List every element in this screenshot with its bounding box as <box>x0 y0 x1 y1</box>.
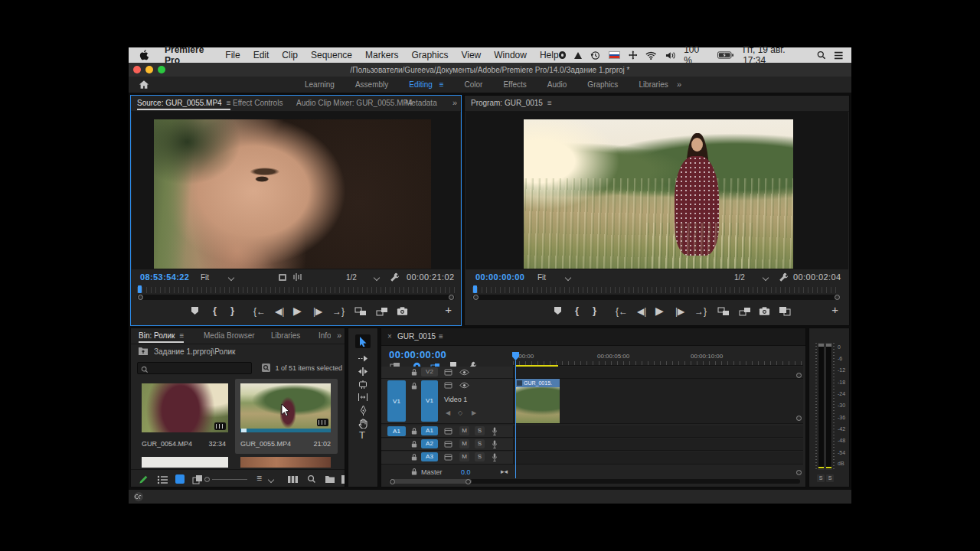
track-select-forward-tool-button[interactable] <box>358 354 368 363</box>
menu-triangle-icon[interactable] <box>574 52 582 59</box>
scrollbar-handle-left[interactable] <box>473 295 479 300</box>
keyframe-add-icon[interactable]: ◇ <box>458 409 462 416</box>
mute-button[interactable]: M <box>459 439 469 448</box>
tab-libraries[interactable]: Libraries <box>271 331 300 340</box>
tab-source[interactable]: Source: GUR_0055.MP4≡ <box>137 99 230 107</box>
sequence-tab[interactable]: GUR_0015 <box>397 332 436 341</box>
workspace-overflow-button[interactable]: » <box>677 80 681 89</box>
razor-tool-button[interactable] <box>358 380 368 390</box>
panel-menu-icon[interactable]: ≡ <box>179 331 184 340</box>
step-back-button[interactable]: ◀| <box>275 307 284 316</box>
menu-clip[interactable]: Clip <box>282 50 298 60</box>
zoom-slider-track[interactable] <box>212 479 247 480</box>
overwrite-button[interactable] <box>376 307 388 316</box>
tab-program[interactable]: Program: GUR_0015≡ <box>471 99 552 107</box>
play-button[interactable]: ▶ <box>293 306 302 315</box>
timeline-clip-gur0015[interactable]: GUR_0015. <box>515 379 560 423</box>
audio-meter-left[interactable] <box>818 343 825 470</box>
go-to-in-button[interactable]: {← <box>253 307 266 316</box>
workspace-menu-icon[interactable]: ≡ <box>439 80 444 89</box>
mark-out-button[interactable]: } <box>593 306 596 315</box>
sync-lock-icon[interactable] <box>444 382 452 389</box>
source-zoom-scrollbar[interactable] <box>137 295 455 300</box>
menu-window[interactable]: Window <box>494 50 527 60</box>
program-zoom-select[interactable]: Fit <box>537 273 546 282</box>
solo-button[interactable]: S <box>475 439 485 448</box>
menu-markers[interactable]: Markers <box>365 50 398 60</box>
track-lane-a2[interactable] <box>513 439 803 451</box>
fit-sequence-icon[interactable]: ▸◂ <box>501 468 508 475</box>
audio-meter-right[interactable] <box>825 343 832 470</box>
spotlight-search-icon[interactable] <box>817 51 826 60</box>
sync-lock-icon[interactable] <box>444 454 452 461</box>
home-icon[interactable] <box>139 80 149 90</box>
master-level-value[interactable]: 0.0 <box>461 468 471 476</box>
sync-lock-icon[interactable] <box>444 428 452 435</box>
lock-icon[interactable] <box>410 382 418 390</box>
volume-icon[interactable] <box>665 51 676 60</box>
voiceover-mic-icon[interactable] <box>491 439 498 449</box>
lock-icon[interactable] <box>410 368 418 377</box>
insert-button[interactable] <box>354 307 367 316</box>
lock-icon[interactable] <box>410 468 418 476</box>
menu-list-icon[interactable] <box>834 51 844 60</box>
keyframe-next-icon[interactable]: ▶ <box>472 409 476 416</box>
source-current-timecode[interactable]: 08:53:54:22 <box>140 272 189 282</box>
track-target-v2[interactable]: V2 <box>421 367 438 377</box>
step-forward-button[interactable]: |▶ <box>313 307 322 316</box>
mute-button[interactable]: M <box>459 452 469 461</box>
workspace-tab-assembly[interactable]: Assembly <box>355 80 388 89</box>
extract-button[interactable] <box>739 307 751 316</box>
sync-lock-icon[interactable] <box>444 369 452 376</box>
step-forward-button[interactable]: |▶ <box>675 307 684 316</box>
lift-button[interactable] <box>717 307 730 316</box>
panel-menu-icon[interactable]: ≡ <box>227 99 231 107</box>
button-editor-button[interactable]: + <box>445 305 452 315</box>
menu-sequence[interactable]: Sequence <box>311 50 352 60</box>
new-bin-button[interactable] <box>325 475 335 484</box>
ripple-edit-tool-button[interactable] <box>358 367 368 376</box>
mark-in-button[interactable]: { <box>213 306 217 315</box>
hover-scrub-handle[interactable] <box>241 429 247 432</box>
drag-video-only-icon[interactable] <box>278 273 287 282</box>
close-sequence-button[interactable]: × <box>387 332 392 341</box>
keyframe-prev-icon[interactable]: ◀ <box>446 409 450 416</box>
program-playback-resolution-select[interactable]: 1/2 <box>734 273 745 282</box>
workspace-tab-editing[interactable]: Editing ≡ <box>409 80 443 89</box>
go-to-out-button[interactable]: →} <box>694 307 707 316</box>
lock-icon[interactable] <box>410 440 418 448</box>
source-patch-v1[interactable]: V1 <box>387 380 406 422</box>
tab-info[interactable]: Info <box>318 331 331 340</box>
voiceover-mic-icon[interactable] <box>491 452 498 462</box>
sync-lock-icon[interactable] <box>444 441 452 448</box>
track-name-video1[interactable]: Video 1 <box>444 396 467 403</box>
search-in-out-icon[interactable] <box>261 363 271 373</box>
search-input[interactable] <box>137 362 252 374</box>
menu-graphics[interactable]: Graphics <box>411 50 448 60</box>
workspace-tab-graphics[interactable]: Graphics <box>587 80 618 89</box>
clip-card-gur0055[interactable]: GUR_0055.MP4 21:02 <box>239 382 332 452</box>
panel-overflow-button[interactable]: » <box>337 331 341 340</box>
source-patch-a1[interactable]: A1 <box>387 426 406 436</box>
comparison-view-button[interactable] <box>779 306 791 316</box>
menu-file[interactable]: File <box>225 50 240 60</box>
window-title-bar[interactable]: /Пользователи/Gureeva/Документы/Adobe/Pr… <box>129 63 851 77</box>
clip-fx-badge[interactable] <box>517 380 522 386</box>
scrollbar-handle-right[interactable] <box>835 295 840 300</box>
track-lane-a1[interactable] <box>513 425 803 438</box>
selection-tool-button[interactable] <box>355 334 371 348</box>
panel-menu-icon[interactable]: ≡ <box>439 332 443 341</box>
play-button[interactable]: ▶ <box>655 306 664 315</box>
vertical-scroll-handle[interactable] <box>796 470 802 475</box>
solo-button[interactable]: S <box>475 426 485 435</box>
source-zoom-select[interactable]: Fit <box>201 273 209 282</box>
vertical-scroll-handle[interactable] <box>796 416 802 421</box>
tab-media-browser[interactable]: Media Browser <box>204 331 255 340</box>
program-playhead[interactable] <box>473 285 477 293</box>
program-timeline-strip[interactable] <box>472 287 840 293</box>
time-machine-icon[interactable] <box>590 51 600 60</box>
workspace-tab-audio[interactable]: Audio <box>547 80 567 89</box>
tab-audio-clip-mixer[interactable]: Audio Clip Mixer: GUR_0055.MP4 <box>296 99 413 107</box>
menu-edit[interactable]: Edit <box>253 50 270 60</box>
eye-icon[interactable] <box>459 369 469 376</box>
